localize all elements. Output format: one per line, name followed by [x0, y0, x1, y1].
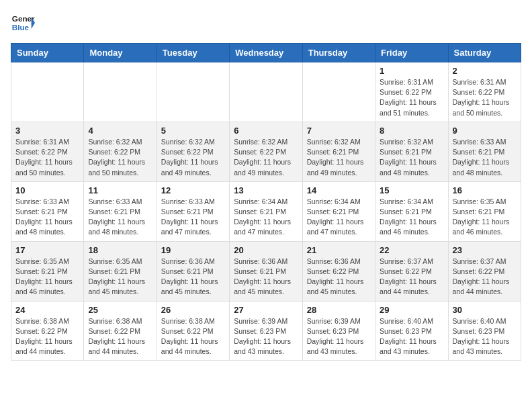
day-info: Sunrise: 6:38 AM Sunset: 6:22 PM Dayligh…: [15, 316, 79, 357]
weekday-header-row: SundayMondayTuesdayWednesdayThursdayFrid…: [11, 44, 521, 62]
day-info: Sunrise: 6:31 AM Sunset: 6:22 PM Dayligh…: [453, 77, 517, 118]
day-info: Sunrise: 6:32 AM Sunset: 6:21 PM Dayligh…: [380, 137, 443, 178]
day-number: 30: [453, 305, 517, 315]
day-info: Sunrise: 6:38 AM Sunset: 6:22 PM Dayligh…: [88, 316, 152, 357]
weekday-header-monday: Monday: [84, 44, 157, 62]
day-number: 29: [380, 305, 443, 315]
calendar-cell: 23Sunrise: 6:37 AM Sunset: 6:22 PM Dayli…: [448, 241, 521, 301]
svg-text:Blue: Blue: [12, 23, 30, 32]
day-info: Sunrise: 6:34 AM Sunset: 6:21 PM Dayligh…: [380, 197, 443, 238]
day-info: Sunrise: 6:33 AM Sunset: 6:21 PM Dayligh…: [161, 197, 225, 238]
logo: General Blue: [11, 11, 35, 35]
day-number: 21: [307, 245, 371, 255]
day-info: Sunrise: 6:33 AM Sunset: 6:21 PM Dayligh…: [453, 137, 517, 178]
calendar-cell: [157, 62, 229, 122]
day-info: Sunrise: 6:33 AM Sunset: 6:21 PM Dayligh…: [15, 197, 79, 238]
calendar-cell: 17Sunrise: 6:35 AM Sunset: 6:21 PM Dayli…: [11, 241, 84, 301]
calendar-cell: 16Sunrise: 6:35 AM Sunset: 6:21 PM Dayli…: [448, 181, 521, 241]
day-number: 17: [15, 245, 79, 255]
calendar-cell: [84, 62, 157, 122]
day-number: 19: [161, 245, 225, 255]
calendar-cell: 21Sunrise: 6:36 AM Sunset: 6:22 PM Dayli…: [302, 241, 375, 301]
day-info: Sunrise: 6:32 AM Sunset: 6:22 PM Dayligh…: [234, 137, 298, 178]
calendar-cell: 15Sunrise: 6:34 AM Sunset: 6:21 PM Dayli…: [375, 181, 448, 241]
day-info: Sunrise: 6:36 AM Sunset: 6:21 PM Dayligh…: [234, 257, 298, 298]
calendar-cell: 22Sunrise: 6:37 AM Sunset: 6:22 PM Dayli…: [375, 241, 448, 301]
day-number: 11: [88, 185, 152, 195]
week-row-1: 1Sunrise: 6:31 AM Sunset: 6:22 PM Daylig…: [11, 62, 521, 122]
day-number: 1: [380, 66, 443, 76]
calendar-cell: 3Sunrise: 6:31 AM Sunset: 6:22 PM Daylig…: [11, 122, 84, 181]
day-info: Sunrise: 6:40 AM Sunset: 6:23 PM Dayligh…: [380, 316, 443, 357]
week-row-2: 3Sunrise: 6:31 AM Sunset: 6:22 PM Daylig…: [11, 122, 521, 181]
calendar-cell: 10Sunrise: 6:33 AM Sunset: 6:21 PM Dayli…: [11, 181, 84, 241]
day-number: 26: [161, 305, 225, 315]
day-number: 15: [380, 185, 443, 195]
calendar-cell: 12Sunrise: 6:33 AM Sunset: 6:21 PM Dayli…: [157, 181, 229, 241]
day-info: Sunrise: 6:34 AM Sunset: 6:21 PM Dayligh…: [234, 197, 298, 238]
calendar-cell: [11, 62, 84, 122]
day-number: 20: [234, 245, 298, 255]
calendar-cell: 2Sunrise: 6:31 AM Sunset: 6:22 PM Daylig…: [448, 62, 521, 122]
weekday-header-tuesday: Tuesday: [157, 44, 229, 62]
day-info: Sunrise: 6:32 AM Sunset: 6:22 PM Dayligh…: [88, 137, 152, 178]
calendar-cell: 13Sunrise: 6:34 AM Sunset: 6:21 PM Dayli…: [230, 181, 302, 241]
day-info: Sunrise: 6:33 AM Sunset: 6:21 PM Dayligh…: [88, 197, 152, 238]
day-info: Sunrise: 6:32 AM Sunset: 6:22 PM Dayligh…: [161, 137, 225, 178]
weekday-header-sunday: Sunday: [11, 44, 84, 62]
day-info: Sunrise: 6:40 AM Sunset: 6:23 PM Dayligh…: [453, 316, 517, 357]
day-number: 4: [88, 126, 152, 136]
calendar-cell: 28Sunrise: 6:39 AM Sunset: 6:23 PM Dayli…: [302, 301, 375, 361]
day-number: 5: [161, 126, 225, 136]
day-number: 7: [307, 126, 371, 136]
calendar-cell: [230, 62, 302, 122]
day-number: 8: [380, 126, 443, 136]
logo-icon: General Blue: [11, 11, 35, 35]
day-number: 18: [88, 245, 152, 255]
day-number: 28: [307, 305, 371, 315]
week-row-3: 10Sunrise: 6:33 AM Sunset: 6:21 PM Dayli…: [11, 181, 521, 241]
calendar-cell: 26Sunrise: 6:38 AM Sunset: 6:22 PM Dayli…: [157, 301, 229, 361]
calendar-cell: 30Sunrise: 6:40 AM Sunset: 6:23 PM Dayli…: [448, 301, 521, 361]
calendar-cell: 29Sunrise: 6:40 AM Sunset: 6:23 PM Dayli…: [375, 301, 448, 361]
day-info: Sunrise: 6:37 AM Sunset: 6:22 PM Dayligh…: [380, 257, 443, 298]
day-number: 10: [15, 185, 79, 195]
calendar-cell: 1Sunrise: 6:31 AM Sunset: 6:22 PM Daylig…: [375, 62, 448, 122]
day-number: 27: [234, 305, 298, 315]
day-info: Sunrise: 6:36 AM Sunset: 6:22 PM Dayligh…: [307, 257, 371, 298]
calendar-table: SundayMondayTuesdayWednesdayThursdayFrid…: [11, 43, 521, 361]
day-info: Sunrise: 6:37 AM Sunset: 6:22 PM Dayligh…: [453, 257, 517, 298]
day-info: Sunrise: 6:31 AM Sunset: 6:22 PM Dayligh…: [15, 137, 79, 178]
day-number: 24: [15, 305, 79, 315]
day-number: 22: [380, 245, 443, 255]
weekday-header-saturday: Saturday: [448, 44, 521, 62]
day-number: 23: [453, 245, 517, 255]
calendar-cell: 20Sunrise: 6:36 AM Sunset: 6:21 PM Dayli…: [230, 241, 302, 301]
day-number: 3: [15, 126, 79, 136]
calendar-cell: 18Sunrise: 6:35 AM Sunset: 6:21 PM Dayli…: [84, 241, 157, 301]
calendar-cell: 6Sunrise: 6:32 AM Sunset: 6:22 PM Daylig…: [230, 122, 302, 181]
day-info: Sunrise: 6:35 AM Sunset: 6:21 PM Dayligh…: [453, 197, 517, 238]
day-info: Sunrise: 6:39 AM Sunset: 6:23 PM Dayligh…: [234, 316, 298, 357]
calendar-cell: 9Sunrise: 6:33 AM Sunset: 6:21 PM Daylig…: [448, 122, 521, 181]
week-row-4: 17Sunrise: 6:35 AM Sunset: 6:21 PM Dayli…: [11, 241, 521, 301]
calendar-cell: 11Sunrise: 6:33 AM Sunset: 6:21 PM Dayli…: [84, 181, 157, 241]
calendar-cell: 19Sunrise: 6:36 AM Sunset: 6:21 PM Dayli…: [157, 241, 229, 301]
day-number: 25: [88, 305, 152, 315]
calendar-cell: 5Sunrise: 6:32 AM Sunset: 6:22 PM Daylig…: [157, 122, 229, 181]
calendar-cell: [302, 62, 375, 122]
day-info: Sunrise: 6:34 AM Sunset: 6:21 PM Dayligh…: [307, 197, 371, 238]
day-number: 16: [453, 185, 517, 195]
day-number: 14: [307, 185, 371, 195]
day-info: Sunrise: 6:38 AM Sunset: 6:22 PM Dayligh…: [161, 316, 225, 357]
day-number: 6: [234, 126, 298, 136]
day-number: 2: [453, 66, 517, 76]
day-info: Sunrise: 6:35 AM Sunset: 6:21 PM Dayligh…: [88, 257, 152, 298]
day-info: Sunrise: 6:39 AM Sunset: 6:23 PM Dayligh…: [307, 316, 371, 357]
calendar-cell: 25Sunrise: 6:38 AM Sunset: 6:22 PM Dayli…: [84, 301, 157, 361]
day-number: 9: [453, 126, 517, 136]
calendar-cell: 8Sunrise: 6:32 AM Sunset: 6:21 PM Daylig…: [375, 122, 448, 181]
day-info: Sunrise: 6:35 AM Sunset: 6:21 PM Dayligh…: [15, 257, 79, 298]
calendar-cell: 14Sunrise: 6:34 AM Sunset: 6:21 PM Dayli…: [302, 181, 375, 241]
calendar-cell: 7Sunrise: 6:32 AM Sunset: 6:21 PM Daylig…: [302, 122, 375, 181]
